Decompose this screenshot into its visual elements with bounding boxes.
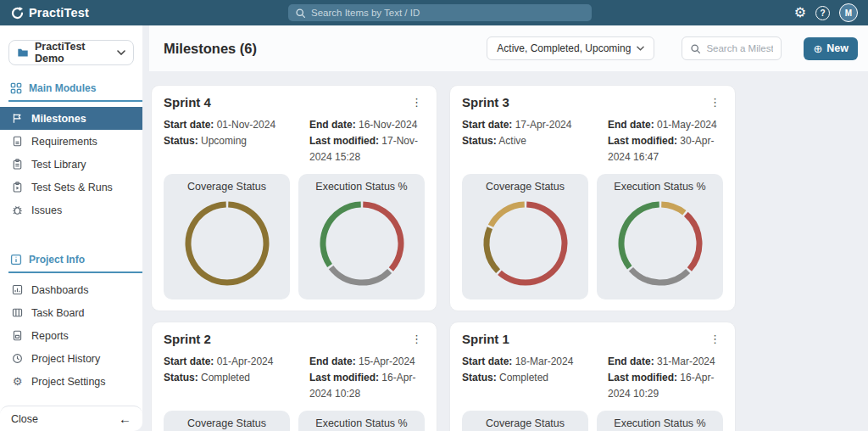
arrow-left-icon: ← <box>119 411 131 426</box>
milestone-cards-grid: Sprint 4 ⋮ Start date: 01-Nov-2024 End d… <box>149 71 868 431</box>
status-label: Status: <box>462 372 497 383</box>
chart-title: Execution Status % <box>614 417 705 429</box>
global-search[interactable] <box>288 4 592 21</box>
sidebar-collapse-button[interactable]: Close ← <box>0 406 142 431</box>
milestone-card-sprint-4[interactable]: Sprint 4 ⋮ Start date: 01-Nov-2024 End d… <box>151 85 437 311</box>
sidebar-item-label: Requirements <box>31 136 97 148</box>
plus-circle-icon: ⊕ <box>813 42 822 55</box>
execution-status-chart: Execution Status % <box>298 411 425 431</box>
milestone-search-input[interactable] <box>706 43 773 53</box>
chart-title: Execution Status % <box>315 181 407 193</box>
sidebar-item-requirements[interactable]: Requirements <box>0 130 142 153</box>
settings-gear-icon[interactable]: ⚙ <box>794 6 806 20</box>
sidebar-item-dashboards[interactable]: Dashboards <box>0 278 142 301</box>
gear-icon: ⚙ <box>11 376 24 387</box>
status-label: Status: <box>164 135 198 147</box>
sidebar-item-milestones[interactable]: Milestones <box>0 107 142 130</box>
project-name: PractiTest Demo <box>35 41 111 64</box>
sidebar-item-task-board[interactable]: Task Board <box>0 301 142 324</box>
info-icon <box>10 254 22 266</box>
dashboard-icon <box>11 284 24 295</box>
chevron-down-icon <box>637 46 644 51</box>
chart-title: Coverage Status <box>486 181 565 193</box>
top-bar: PractiTest ⚙ ? M <box>0 0 868 25</box>
milestone-card-sprint-3[interactable]: Sprint 3 ⋮ Start date: 17-Apr-2024 End d… <box>449 85 736 311</box>
status-value: Upcoming <box>201 135 247 147</box>
start-date-value: 01-Apr-2024 <box>217 355 274 367</box>
sidebar-item-issues[interactable]: Issues <box>0 199 142 221</box>
milestone-title: Sprint 3 <box>462 95 509 109</box>
donut-chart <box>312 193 412 294</box>
milestone-details: Start date: 01-Nov-2024 End date: 16-Nov… <box>164 117 425 165</box>
execution-status-chart: Execution Status % <box>597 174 723 299</box>
project-selector[interactable]: PractiTest Demo <box>8 40 134 65</box>
sidebar-item-label: Task Board <box>31 307 85 319</box>
last-modified-label: Last modified: <box>608 372 677 383</box>
sidebar-item-project-settings[interactable]: ⚙ Project Settings <box>0 370 142 393</box>
status-value: Completed <box>201 372 250 383</box>
end-date-value: 16-Nov-2024 <box>359 119 417 131</box>
status-filter-dropdown[interactable]: Active, Completed, Upcoming <box>487 36 654 60</box>
sidebar-item-label: Issues <box>31 204 62 216</box>
sidebar-item-label: Project History <box>31 353 100 365</box>
new-milestone-button[interactable]: ⊕ New <box>804 37 858 60</box>
chart-title: Coverage Status <box>187 181 266 193</box>
sidebar-item-test-sets-runs[interactable]: Test Sets & Runs <box>0 176 142 199</box>
page-header: Milestones (6) Active, Completed, Upcomi… <box>149 25 868 71</box>
sidebar-item-project-history[interactable]: Project History <box>0 347 142 370</box>
kebab-menu-icon[interactable]: ⋮ <box>409 96 425 109</box>
start-date-label: Start date: <box>462 355 512 367</box>
sidebar: PractiTest Demo Main Modules Milestones <box>0 25 142 431</box>
sidebar-item-reports[interactable]: Reports <box>0 324 142 347</box>
status-label: Status: <box>164 372 198 383</box>
coverage-status-chart: Coverage Status <box>462 411 588 431</box>
kebab-menu-icon[interactable]: ⋮ <box>707 96 723 109</box>
end-date-label: End date: <box>309 355 356 367</box>
kebab-menu-icon[interactable]: ⋮ <box>707 333 723 345</box>
close-label: Close <box>11 413 38 425</box>
chart-title: Execution Status % <box>614 181 705 193</box>
end-date-label: End date: <box>608 119 654 131</box>
sidebar-item-test-library[interactable]: Test Library <box>0 153 142 176</box>
chart-title: Coverage Status <box>486 417 565 429</box>
topbar-actions: ⚙ ? M <box>794 3 858 22</box>
kebab-menu-icon[interactable]: ⋮ <box>409 333 425 345</box>
filter-label: Active, Completed, Upcoming <box>497 42 631 54</box>
last-modified-label: Last modified: <box>309 135 379 147</box>
last-modified-label: Last modified: <box>608 135 677 147</box>
history-clock-icon <box>11 353 24 364</box>
status-label: Status: <box>462 135 497 147</box>
status-value: Completed <box>499 372 548 383</box>
user-avatar[interactable]: M <box>839 3 858 22</box>
document-icon <box>11 136 24 147</box>
end-date-value: 15-Apr-2024 <box>359 355 415 367</box>
help-icon[interactable]: ? <box>815 6 830 20</box>
sidebar-item-label: Test Library <box>31 159 86 171</box>
end-date-value: 01-May-2024 <box>657 119 717 131</box>
sidebar-item-label: Test Sets & Runs <box>31 182 113 193</box>
chevron-down-icon <box>117 50 125 55</box>
main-modules-nav: Milestones Requirements Test Library Tes… <box>0 107 142 221</box>
start-date-value: 18-Mar-2024 <box>515 355 574 367</box>
donut-chart <box>476 193 576 294</box>
donut-chart <box>610 193 710 294</box>
milestone-details: Start date: 01-Apr-2024 End date: 15-Apr… <box>164 354 425 402</box>
practitest-logo[interactable]: PractiTest <box>10 6 89 20</box>
milestone-search[interactable] <box>682 36 782 60</box>
folder-icon <box>17 47 29 59</box>
global-search-input[interactable] <box>311 8 585 18</box>
last-modified-label: Last modified: <box>309 372 379 383</box>
milestone-card-sprint-1[interactable]: Sprint 1 ⋮ Start date: 18-Mar-2024 End d… <box>449 322 736 431</box>
sidebar-item-label: Milestones <box>31 113 86 125</box>
milestone-title: Sprint 4 <box>164 95 211 109</box>
search-icon <box>295 8 306 19</box>
chart-title: Execution Status % <box>315 417 407 429</box>
start-date-value: 17-Apr-2024 <box>515 119 572 131</box>
execution-status-chart: Execution Status % <box>298 174 425 299</box>
milestone-details: Start date: 17-Apr-2024 End date: 01-May… <box>462 117 723 165</box>
project-info-nav: Dashboards Task Board Reports Project Hi… <box>0 278 142 393</box>
section-main-modules: Main Modules <box>8 77 142 102</box>
end-date-label: End date: <box>309 119 356 131</box>
milestone-card-sprint-2[interactable]: Sprint 2 ⋮ Start date: 01-Apr-2024 End d… <box>151 322 437 431</box>
start-date-label: Start date: <box>164 355 214 367</box>
